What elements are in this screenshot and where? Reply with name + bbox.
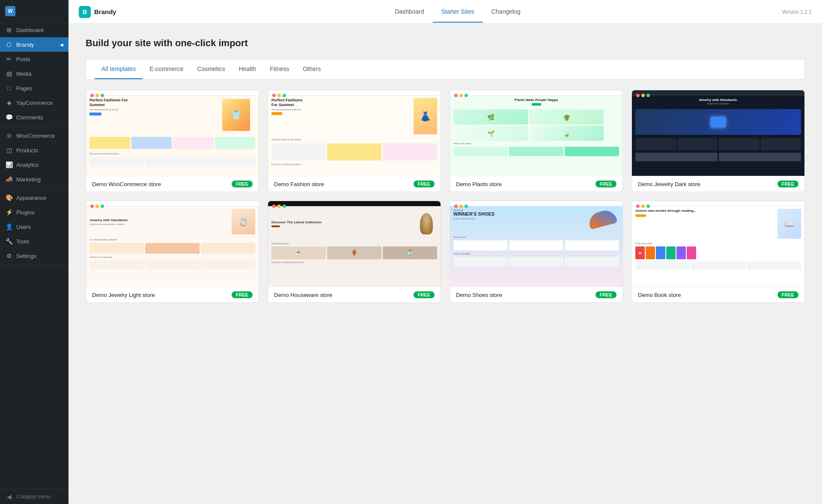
sidebar-item-media[interactable]: ▤ Media — [0, 66, 68, 81]
dot-green — [101, 94, 104, 97]
dot-yellow — [641, 205, 645, 208]
tab-starter-sites[interactable]: Starter Sites — [433, 1, 483, 23]
template-card-plants[interactable]: Plants Make People Happy 🌿 🪴 🌱 🍃 design … — [450, 90, 623, 192]
sidebar-item-yaycommerce[interactable]: ◈ YayCommerce — [0, 95, 68, 110]
dot-red — [272, 205, 276, 208]
dot-green — [465, 205, 468, 208]
dot-green — [646, 205, 650, 208]
filter-tab-fitness[interactable]: Fitness — [263, 59, 296, 79]
dot-red — [636, 205, 640, 208]
dot-red — [90, 94, 94, 97]
sidebar-item-products[interactable]: ◫ Products — [0, 143, 68, 157]
sidebar-item-woocommerce[interactable]: Ⓦ WooCommerce — [0, 128, 68, 143]
template-card-jewelry-light[interactable]: Jewelry with Standards. Explore our newe… — [86, 201, 259, 303]
card-footer-book: Demo Book store FREE — [632, 287, 804, 302]
badge-free: FREE — [414, 181, 435, 187]
sidebar-item-brandy[interactable]: ⬡ Brandy ◀ — [0, 37, 68, 52]
template-name: Demo Fashion store — [274, 181, 324, 187]
card-footer-jewelry-light: Demo Jewelry Light store FREE — [86, 287, 259, 302]
comments-icon: 💬 — [5, 113, 13, 121]
badge-free: FREE — [596, 291, 616, 298]
dot-green — [283, 94, 286, 97]
sidebar-item-label: Media — [16, 71, 31, 77]
card-footer-jewelry-dark: Demo Jewelry Dark store FREE — [632, 176, 804, 192]
sidebar-item-plugins[interactable]: ⚡ Plugins — [0, 205, 68, 219]
analytics-icon: 📊 — [5, 161, 13, 169]
card-preview-houseware: Discover The Latest Collection Featured … — [268, 201, 441, 287]
sidebar-divider-2 — [0, 188, 68, 189]
sidebar-item-label: Users — [16, 224, 31, 230]
card-preview-jewelry-light: Jewelry with Standards. Explore our newe… — [86, 201, 259, 287]
sidebar-item-tools[interactable]: 🔧 Tools — [0, 234, 68, 249]
products-icon: ◫ — [5, 146, 13, 154]
sidebar-item-pages[interactable]: □ Pages — [0, 81, 68, 95]
top-navigation: B Brandy Dashboard Starter Sites Changel… — [68, 0, 822, 24]
template-card-woo[interactable]: Perfect Fashions For Summer The intuitiv… — [86, 90, 259, 192]
filter-tab-health[interactable]: Health — [232, 59, 263, 79]
badge-free: FREE — [777, 291, 798, 298]
card-preview-fashion: Perfect Fashions For Summer The exercise… — [268, 90, 441, 176]
dot-yellow — [641, 94, 645, 97]
template-name: Demo Plants store — [456, 181, 502, 187]
sidebar-item-label: Posts — [16, 56, 30, 62]
card-footer-shoes: Demo Shoes store FREE — [450, 287, 622, 302]
sidebar-item-dashboard[interactable]: ⊞ Dashboard — [0, 23, 68, 37]
template-card-fashion[interactable]: Perfect Fashions For Summer The exercise… — [268, 90, 441, 192]
marketing-icon: 📣 — [5, 175, 13, 183]
sidebar-item-users[interactable]: 👤 Users — [0, 219, 68, 234]
active-indicator: ◀ — [60, 42, 63, 47]
appearance-icon: 🎨 — [5, 194, 13, 202]
badge-free: FREE — [777, 181, 798, 187]
template-card-shoes[interactable]: Runing WINNER'S SHOES Guide to show the … — [450, 201, 623, 303]
dot-red — [272, 94, 276, 97]
brand-name: Brandy — [94, 8, 116, 15]
card-preview-book: Unlock new worlds through reading... 📖 D… — [632, 201, 804, 287]
tab-dashboard[interactable]: Dashboard — [386, 1, 433, 23]
topnav-links: Dashboard Starter Sites Changelog — [134, 1, 782, 23]
media-icon: ▤ — [5, 70, 13, 77]
sidebar-item-label: Plugins — [16, 209, 35, 216]
card-preview-jewelry-dark: Jewelry with Standards. Explore Our Cate… — [632, 90, 804, 176]
card-preview-plants: Plants Make People Happy 🌿 🪴 🌱 🍃 design … — [450, 90, 622, 176]
sidebar-item-comments[interactable]: 💬 Comments — [0, 110, 68, 125]
badge-free: FREE — [232, 181, 253, 187]
posts-icon: ✏ — [5, 55, 13, 63]
sidebar-divider-3 — [0, 265, 68, 265]
dot-green — [465, 94, 468, 97]
dot-green — [101, 205, 104, 208]
sidebar-item-posts[interactable]: ✏ Posts — [0, 52, 68, 66]
sidebar-item-settings[interactable]: ⚙ Settings — [0, 249, 68, 263]
main-content: B Brandy Dashboard Starter Sites Changel… — [68, 0, 822, 504]
filter-tab-cosmetics[interactable]: Cosmetics — [191, 59, 232, 79]
template-name: Demo Jewelry Dark store — [638, 181, 700, 187]
template-card-houseware[interactable]: Discover The Latest Collection Featured … — [268, 201, 441, 303]
filter-tab-others[interactable]: Others — [296, 59, 328, 79]
page-title: Build your site with one-click import — [86, 38, 805, 49]
sidebar-item-appearance[interactable]: 🎨 Appearance — [0, 190, 68, 205]
template-card-book[interactable]: Unlock new worlds through reading... 📖 D… — [631, 201, 805, 303]
sidebar-item-label: Brandy — [16, 42, 34, 48]
dot-red — [454, 205, 458, 208]
sidebar-item-analytics[interactable]: 📊 Analytics — [0, 157, 68, 172]
dot-green — [646, 94, 650, 97]
card-footer-plants: Demo Plants store FREE — [450, 176, 622, 192]
card-footer-woo: Demo WooCommerce store FREE — [86, 176, 259, 192]
sidebar-item-marketing[interactable]: 📣 Marketing — [0, 172, 68, 187]
sidebar-item-label: Analytics — [16, 162, 39, 168]
template-card-jewelry-dark[interactable]: Jewelry with Standards. Explore Our Cate… — [631, 90, 805, 192]
filter-tab-all[interactable]: All templates — [95, 59, 143, 79]
sidebar-item-label: Settings — [16, 253, 36, 259]
tab-changelog[interactable]: Changelog — [483, 1, 529, 23]
dot-red — [636, 94, 640, 97]
sidebar-item-label: Dashboard — [16, 27, 44, 33]
template-name: Demo Jewelry Light store — [92, 292, 155, 298]
filter-tab-ecommerce[interactable]: E-commerce — [143, 59, 190, 79]
badge-free: FREE — [596, 181, 616, 187]
sidebar-collapse-btn[interactable]: ◀ Collapse menu — [0, 489, 68, 504]
sidebar-item-label: Marketing — [16, 176, 41, 183]
card-preview-shoes: Runing WINNER'S SHOES Guide to show the … — [450, 201, 622, 287]
sidebar-item-label: WooCommerce — [16, 133, 55, 139]
sidebar-item-label: Tools — [16, 238, 29, 245]
template-name: Demo Book store — [638, 292, 681, 298]
yaycommerce-icon: ◈ — [5, 99, 13, 107]
